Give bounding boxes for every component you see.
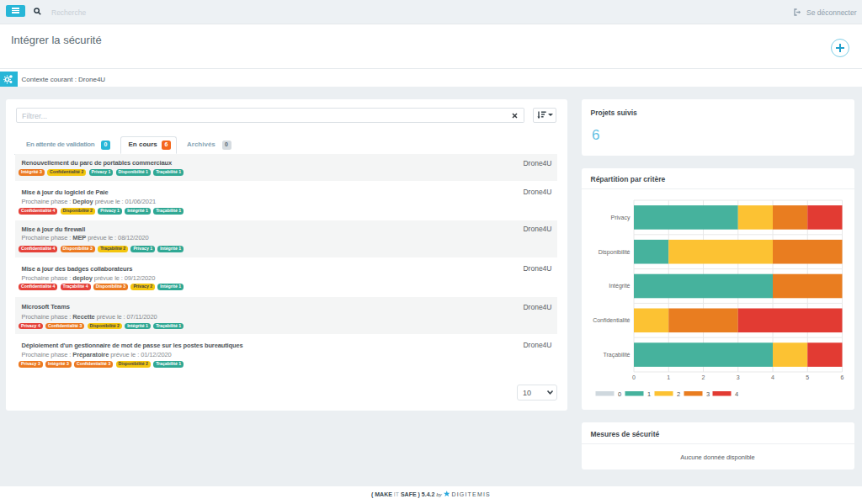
svg-text:1: 1 bbox=[667, 374, 670, 380]
svg-text:Confidentialité: Confidentialité bbox=[593, 317, 630, 323]
svg-text:0: 0 bbox=[618, 390, 621, 398]
svg-text:Disponibilité: Disponibilité bbox=[598, 249, 630, 256]
svg-text:1: 1 bbox=[647, 390, 651, 398]
svg-text:4: 4 bbox=[771, 374, 774, 380]
svg-text:4: 4 bbox=[735, 390, 738, 398]
svg-text:3: 3 bbox=[736, 374, 739, 380]
svg-text:Privacy: Privacy bbox=[610, 215, 630, 221]
svg-text:3: 3 bbox=[706, 390, 710, 398]
svg-text:5: 5 bbox=[806, 374, 809, 380]
svg-text:6: 6 bbox=[840, 374, 843, 380]
svg-text:2: 2 bbox=[677, 390, 680, 398]
svg-text:Traçabilité: Traçabilité bbox=[603, 352, 630, 358]
svg-text:2: 2 bbox=[701, 374, 705, 380]
svg-text:Intégrité: Intégrité bbox=[609, 283, 630, 289]
svg-text:0: 0 bbox=[632, 374, 636, 380]
